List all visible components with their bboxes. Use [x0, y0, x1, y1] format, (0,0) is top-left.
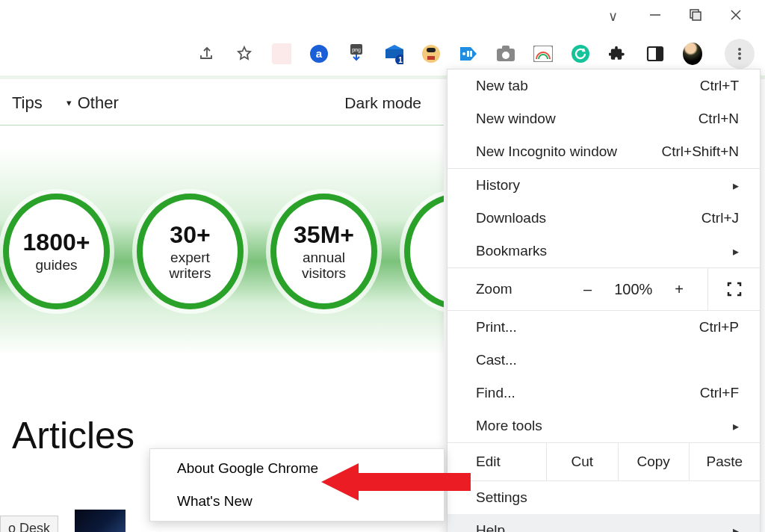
zoom-out-button[interactable]: – — [583, 281, 592, 298]
menu-zoom: Zoom – 100% + — [447, 268, 760, 310]
chrome-menu: New tabCtrl+T New windowCtrl+N New Incog… — [447, 69, 761, 532]
article-thumb[interactable] — [75, 510, 126, 532]
stat-circle: 1yon — [404, 194, 444, 309]
menu-history[interactable]: History — [447, 169, 760, 202]
desk-tag[interactable]: o Desk — [0, 516, 58, 532]
minimize-icon[interactable] — [648, 8, 662, 22]
stat-circle: 30+expertwriters — [137, 194, 244, 309]
svg-rect-24 — [656, 47, 663, 61]
extension-mail-icon[interactable]: 1 — [384, 44, 403, 64]
svg-point-25 — [738, 48, 741, 51]
svg-rect-13 — [427, 48, 436, 52]
extension-a-icon[interactable]: a — [309, 44, 329, 64]
extension-avatar-icon[interactable] — [421, 44, 441, 64]
extension-pink-icon[interactable] — [272, 44, 291, 64]
maximize-icon[interactable] — [689, 8, 702, 22]
svg-rect-5 — [272, 43, 291, 64]
sidepanel-icon[interactable] — [645, 44, 665, 64]
svg-point-27 — [738, 57, 741, 60]
menu-help[interactable]: Help — [447, 514, 760, 532]
extension-camera-icon[interactable] — [496, 44, 515, 64]
site-nav: Tips ▾Other Dark mode — [0, 81, 444, 126]
stat-circle: 35M+annualvisitors — [270, 194, 377, 309]
svg-rect-2 — [693, 12, 701, 20]
svg-text:png: png — [352, 47, 361, 53]
articles-heading: Articles — [12, 414, 134, 457]
menu-bookmarks[interactable]: Bookmarks — [447, 235, 760, 267]
nav-other[interactable]: ▾Other — [55, 93, 131, 113]
menu-more-tools[interactable]: More tools — [447, 409, 760, 442]
menu-find[interactable]: Find...Ctrl+F — [447, 377, 760, 409]
share-icon[interactable] — [197, 44, 217, 64]
profile-avatar[interactable] — [683, 44, 702, 64]
svg-point-20 — [502, 52, 510, 59]
nav-tips[interactable]: Tips — [0, 93, 55, 113]
dark-mode-label: Dark mode — [344, 94, 444, 112]
menu-new-tab[interactable]: New tabCtrl+T — [447, 69, 760, 102]
menu-print[interactable]: Print...Ctrl+P — [447, 311, 760, 344]
svg-point-26 — [738, 52, 741, 55]
close-icon[interactable] — [729, 8, 743, 22]
svg-point-12 — [422, 45, 440, 63]
svg-text:1: 1 — [398, 56, 403, 64]
extension-tag-icon[interactable] — [459, 44, 478, 64]
stats-strip: 1800+guides 30+expertwriters 35M+annualv… — [0, 146, 444, 356]
svg-marker-28 — [321, 463, 471, 501]
menu-cast[interactable]: Cast... — [447, 344, 760, 377]
menu-copy[interactable]: Copy — [618, 443, 689, 480]
stat-circle: 1800+guides — [3, 194, 110, 309]
menu-cut[interactable]: Cut — [546, 443, 617, 480]
zoom-in-button[interactable]: + — [675, 281, 684, 298]
annotation-arrow-icon — [321, 460, 471, 504]
extension-grammarly-icon[interactable] — [571, 44, 590, 64]
dropdown-icon[interactable]: ∨ — [608, 8, 622, 22]
svg-rect-19 — [502, 46, 510, 50]
svg-text:a: a — [316, 47, 323, 60]
extensions-puzzle-icon[interactable] — [608, 44, 628, 64]
menu-new-incognito[interactable]: New Incognito windowCtrl+Shift+N — [447, 135, 760, 168]
extension-png-icon[interactable]: png — [347, 44, 366, 64]
svg-point-15 — [462, 52, 465, 55]
menu-paste[interactable]: Paste — [689, 443, 760, 480]
menu-new-window[interactable]: New windowCtrl+N — [447, 102, 760, 135]
svg-rect-16 — [467, 51, 469, 57]
svg-rect-14 — [427, 56, 435, 60]
fullscreen-icon[interactable] — [707, 268, 760, 310]
menu-edit-row: Edit Cut Copy Paste — [447, 443, 760, 480]
menu-settings[interactable]: Settings — [447, 481, 760, 514]
svg-rect-17 — [470, 51, 472, 57]
svg-point-22 — [572, 45, 589, 63]
bookmark-star-icon[interactable] — [235, 44, 254, 64]
extension-rainbow-icon[interactable] — [533, 44, 553, 64]
chrome-menu-button[interactable] — [725, 39, 755, 69]
window-controls: ∨ — [608, 0, 765, 30]
menu-downloads[interactable]: DownloadsCtrl+J — [447, 202, 760, 235]
zoom-value: 100% — [614, 281, 652, 298]
